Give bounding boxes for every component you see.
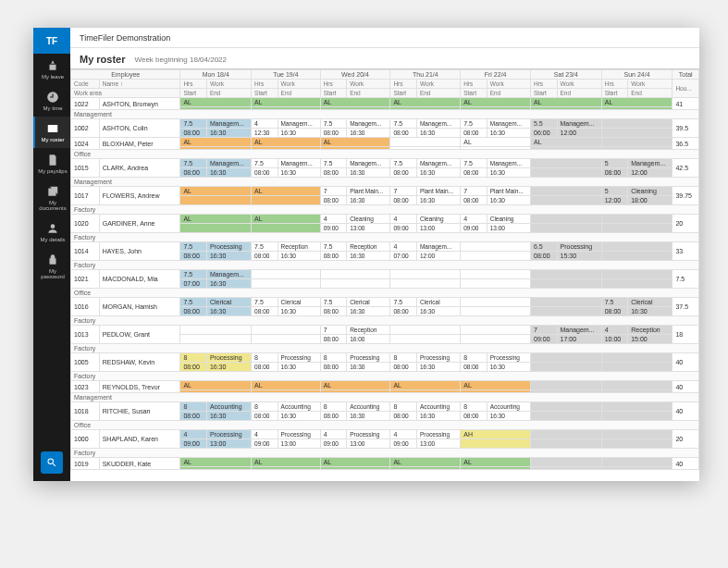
- cell-hrs[interactable]: 4: [601, 326, 628, 335]
- cell-hrs[interactable]: 7: [390, 187, 417, 196]
- cell-work[interactable]: Processing: [557, 242, 601, 252]
- cell-work[interactable]: Accounting: [416, 402, 460, 412]
- cell-hrs[interactable]: 7.5: [390, 159, 417, 168]
- roster-row[interactable]: 1024BLOXHAM, PeterALALALALAL36.5: [71, 138, 699, 147]
- roster-row[interactable]: 1016MORGAN, Hamish7.5Clerical7.5Clerical…: [71, 298, 699, 307]
- roster-row[interactable]: 1005REDSHAW, Kevin8Processing8Processing…: [71, 353, 699, 363]
- cell-leave[interactable]: AL: [180, 215, 252, 224]
- cell-hrs[interactable]: 8: [320, 402, 347, 412]
- cell-hrs[interactable]: 5.5: [531, 119, 558, 129]
- cell-hrs[interactable]: 7.5: [461, 159, 487, 168]
- roster-row[interactable]: 1018RITCHIE, Susan8Accounting8Accounting…: [71, 402, 699, 412]
- cell-leave[interactable]: AL: [180, 187, 252, 196]
- cell-hrs[interactable]: 7.5: [180, 298, 207, 307]
- roster-row[interactable]: 1000SHAPLAND, Karen4Processing4Processin…: [71, 430, 699, 439]
- cell-hrs[interactable]: 7: [320, 187, 347, 196]
- cell-hrs[interactable]: 7.5: [461, 119, 487, 129]
- cell-hrs[interactable]: 7.5: [390, 119, 417, 129]
- cell-leave[interactable]: AL: [390, 98, 461, 107]
- nav-my-documents[interactable]: My documents: [33, 179, 70, 216]
- nav-my-password[interactable]: My password: [33, 248, 70, 285]
- cell-empty[interactable]: [461, 242, 531, 252]
- col-total[interactable]: Total: [672, 70, 699, 80]
- cell-empty[interactable]: [531, 458, 602, 467]
- cell-leave[interactable]: AL: [252, 458, 321, 467]
- roster-row[interactable]: 1015CLARK, Andrea7.5Managem...7.5Managem…: [71, 159, 699, 168]
- roster-row[interactable]: 1023REYNOLDS, TrevorALALALALAL40: [71, 381, 699, 390]
- cell-work[interactable]: Clerical: [416, 298, 460, 307]
- search-button[interactable]: [41, 451, 63, 474]
- cell-leave[interactable]: AL: [601, 98, 672, 107]
- cell-hrs[interactable]: 4: [390, 430, 417, 439]
- cell-work[interactable]: Processing: [206, 353, 251, 363]
- cell-hrs[interactable]: 7: [320, 326, 347, 335]
- col-day[interactable]: Thu 21/4: [390, 70, 461, 80]
- cell-work[interactable]: Clerical: [347, 298, 390, 307]
- cell-leave[interactable]: AL: [252, 381, 321, 390]
- cell-hrs[interactable]: 7.5: [180, 119, 207, 129]
- cell-work[interactable]: Reception: [347, 242, 390, 252]
- cell-work[interactable]: Accounting: [347, 402, 390, 412]
- cell-work[interactable]: Processing: [278, 353, 320, 363]
- cell-hrs[interactable]: 8: [180, 353, 207, 363]
- cell-work[interactable]: Managem...: [557, 119, 601, 129]
- cell-empty[interactable]: [390, 270, 461, 279]
- cell-leave[interactable]: AL: [531, 138, 602, 147]
- cell-work[interactable]: Managem...: [557, 326, 601, 335]
- cell-leave[interactable]: AL: [252, 98, 321, 107]
- col-code[interactable]: Code: [71, 80, 100, 89]
- cell-work[interactable]: Managem...: [416, 119, 460, 129]
- roster-row[interactable]: 1017FLOWERS, AndrewALAL7Plant Main...7Pl…: [71, 187, 699, 196]
- cell-empty[interactable]: [601, 242, 672, 252]
- cell-empty[interactable]: [531, 270, 602, 279]
- cell-work[interactable]: Managem...: [347, 119, 390, 129]
- cell-work[interactable]: Accounting: [487, 402, 530, 412]
- cell-work[interactable]: Processing: [347, 353, 390, 363]
- cell-empty[interactable]: [461, 326, 531, 335]
- cell-hrs[interactable]: 8: [461, 402, 487, 412]
- cell-leave[interactable]: AH: [461, 430, 531, 439]
- cell-empty[interactable]: [601, 215, 672, 224]
- cell-work[interactable]: Managem...: [628, 159, 672, 168]
- col-day[interactable]: Wed 20/4: [320, 70, 390, 80]
- nav-my-payslips[interactable]: My payslips: [33, 148, 70, 179]
- cell-work[interactable]: Plant Main...: [487, 187, 530, 196]
- cell-leave[interactable]: AL: [180, 381, 252, 390]
- cell-hrs[interactable]: 7.5: [252, 298, 278, 307]
- cell-empty[interactable]: [531, 353, 602, 363]
- cell-hrs[interactable]: 7.5: [390, 298, 417, 307]
- cell-hrs[interactable]: 7: [461, 187, 487, 196]
- cell-hrs[interactable]: 7.5: [180, 159, 207, 168]
- cell-empty[interactable]: [252, 326, 321, 335]
- cell-empty[interactable]: [601, 270, 672, 279]
- cell-work[interactable]: Managem...: [278, 159, 320, 168]
- col-name[interactable]: Name ↑: [99, 80, 180, 89]
- cell-empty[interactable]: [390, 138, 461, 147]
- cell-hrs[interactable]: 6.5: [531, 242, 558, 252]
- cell-hrs[interactable]: 8: [252, 353, 278, 363]
- cell-work[interactable]: Reception: [278, 242, 320, 252]
- cell-work[interactable]: Cleaning: [347, 215, 390, 224]
- col-day[interactable]: Tue 19/4: [252, 70, 321, 80]
- cell-work[interactable]: Plant Main...: [416, 187, 460, 196]
- cell-work[interactable]: Managem...: [416, 159, 460, 168]
- cell-empty[interactable]: [531, 298, 602, 307]
- cell-empty[interactable]: [601, 353, 672, 363]
- cell-leave[interactable]: AL: [461, 138, 531, 147]
- cell-work[interactable]: Managem...: [487, 119, 530, 129]
- nav-my-details[interactable]: My details: [33, 216, 70, 248]
- cell-work[interactable]: Reception: [628, 326, 672, 335]
- cell-leave[interactable]: AL: [461, 458, 531, 467]
- cell-leave[interactable]: AL: [320, 138, 390, 147]
- cell-empty[interactable]: [461, 270, 531, 279]
- cell-work[interactable]: Clerical: [206, 298, 251, 307]
- cell-empty[interactable]: [252, 270, 321, 279]
- roster-row[interactable]: 1014HAYES, John7.5Processing7.5Reception…: [71, 242, 699, 252]
- cell-hrs[interactable]: 8: [390, 353, 417, 363]
- cell-empty[interactable]: [531, 381, 602, 390]
- cell-work[interactable]: Managem...: [347, 159, 390, 168]
- cell-leave[interactable]: AL: [180, 98, 252, 107]
- col-day[interactable]: Fri 22/4: [461, 70, 531, 80]
- cell-empty[interactable]: [601, 458, 672, 467]
- cell-leave[interactable]: AL: [531, 98, 602, 107]
